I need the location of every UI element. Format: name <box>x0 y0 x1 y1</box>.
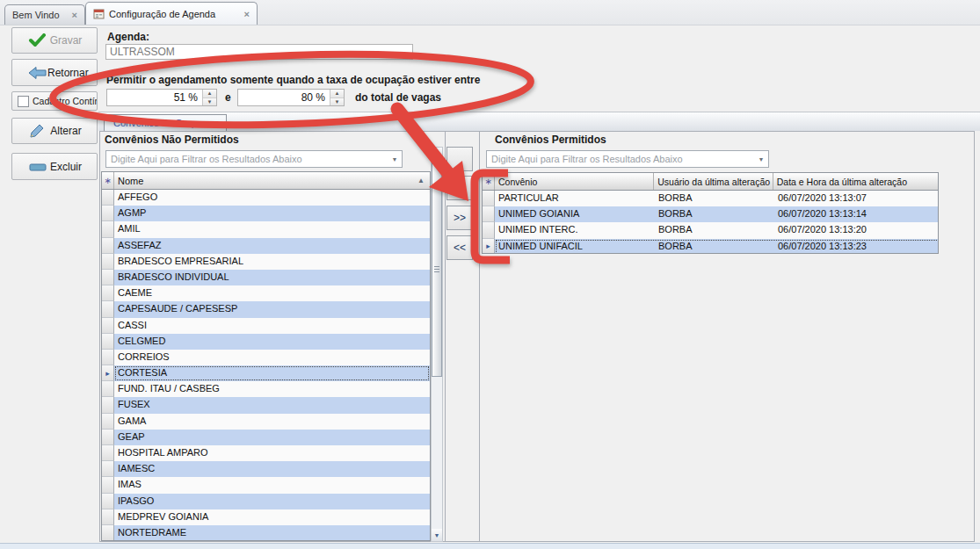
table-row[interactable]: FUSEX <box>102 397 430 413</box>
move-all-right-button[interactable]: >> <box>446 206 473 230</box>
row-header[interactable] <box>483 222 495 238</box>
checkbox-icon[interactable] <box>18 96 29 107</box>
arrow-left-icon <box>28 66 47 80</box>
row-header[interactable] <box>102 190 114 206</box>
row-header[interactable] <box>102 285 114 301</box>
divider <box>479 131 480 542</box>
row-header[interactable] <box>102 334 114 350</box>
row-label: FUND. ITAU / CASBEG <box>114 381 430 397</box>
row-header[interactable] <box>483 206 495 222</box>
table-row[interactable]: ▸UNIMED UNIFACILBORBA06/07/2020 13:13:23 <box>483 239 938 254</box>
table-row[interactable]: UNIMED GOIANIABORBA06/07/2020 13:13:14 <box>483 206 938 222</box>
row-header[interactable] <box>102 509 114 525</box>
left-grid-scrollbar[interactable]: ▲ ▼ <box>431 147 443 542</box>
row-header[interactable] <box>102 494 114 509</box>
table-row[interactable]: BRADESCO INDIVIDUAL <box>102 270 430 285</box>
row-header[interactable] <box>102 206 114 221</box>
chevron-down-icon[interactable]: ▼ <box>388 156 402 163</box>
move-left-button[interactable]: < <box>446 176 473 200</box>
row-label: CASSI <box>114 318 430 334</box>
row-cell: PARTICULAR <box>495 191 655 206</box>
min-occupancy-spinner[interactable]: 51 % ▲▼ <box>106 89 217 106</box>
row-header[interactable] <box>102 301 114 317</box>
row-header[interactable] <box>102 397 114 413</box>
row-header[interactable] <box>102 221 114 237</box>
row-label: ASSEFAZ <box>114 238 430 254</box>
group-tab-band <box>98 112 980 131</box>
row-indicator-icon[interactable]: ▸ <box>483 239 495 254</box>
table-row[interactable]: IAMESC <box>102 461 430 477</box>
table-row[interactable]: GEAP <box>102 430 430 445</box>
table-row[interactable]: ▸CORTESIA <box>102 365 430 381</box>
table-row[interactable]: ASSEFAZ <box>102 238 430 254</box>
cadastro-continuo-checkbox[interactable]: Cadastro Contínuo <box>11 91 98 111</box>
table-row[interactable]: IMAS <box>102 477 430 493</box>
table-row[interactable]: MEDPREV GOIANIA <box>102 509 430 525</box>
tab-bem-vindo[interactable]: Bem Vindo × <box>4 4 85 25</box>
table-row[interactable]: UNIMED INTERC.BORBA06/07/2020 13:13:20 <box>483 222 938 238</box>
row-label: HOSPITAL AMPARO <box>114 445 430 461</box>
max-occupancy-spinner[interactable]: 80 % ▲▼ <box>237 89 345 106</box>
scroll-up-icon[interactable]: ▲ <box>432 148 442 160</box>
table-row[interactable]: CAEME <box>102 285 430 301</box>
column-header-data-hora[interactable]: Data e Hora da última alteração <box>773 173 938 190</box>
table-row[interactable]: CAPESAUDE / CAPESESP <box>102 301 430 317</box>
left-grid-header: ∗ Nome ▲ <box>102 172 430 190</box>
table-row[interactable]: FUND. ITAU / CASBEG <box>102 381 430 397</box>
row-header[interactable] <box>102 445 114 461</box>
row-header[interactable] <box>102 318 114 334</box>
right-table-body: PARTICULARBORBA06/07/2020 13:13:07UNIMED… <box>483 191 938 254</box>
move-right-button[interactable] <box>446 147 473 171</box>
table-row[interactable]: HOSPITAL AMPARO <box>102 445 430 461</box>
table-row[interactable]: AMIL <box>102 221 430 237</box>
chevron-down-icon[interactable]: ▼ <box>754 156 768 163</box>
spinner-buttons[interactable]: ▲▼ <box>330 90 344 105</box>
spinner-buttons[interactable]: ▲▼ <box>202 90 216 105</box>
row-header[interactable] <box>102 238 114 254</box>
table-row[interactable]: NORTEDRAME <box>102 525 430 541</box>
table-row[interactable]: CELGMED <box>102 334 430 350</box>
column-header-usuario[interactable]: Usuário da última alteração <box>654 173 773 190</box>
close-icon[interactable]: × <box>72 10 77 20</box>
table-row[interactable]: CASSI <box>102 318 430 334</box>
alterar-button[interactable]: Alterar <box>11 118 98 144</box>
row-header[interactable] <box>102 350 114 365</box>
row-header[interactable] <box>102 477 114 493</box>
tab-configuracao-de-agenda[interactable]: Configuração de Agenda × <box>85 2 258 25</box>
row-header[interactable] <box>102 525 114 541</box>
tab-convenios-do-grupo[interactable]: Convênios do Grupo <box>104 114 227 131</box>
close-icon[interactable]: × <box>244 9 250 19</box>
row-header[interactable] <box>102 381 114 397</box>
row-cell: BORBA <box>655 206 774 222</box>
gravar-label: Gravar <box>47 34 84 47</box>
column-header-convenio[interactable]: Convênio <box>495 173 654 190</box>
row-header[interactable] <box>102 270 114 285</box>
retornar-button[interactable]: Retornar <box>11 59 98 86</box>
row-indicator-icon[interactable]: ▸ <box>102 365 114 381</box>
right-panel-title: Convênios Permitidos <box>495 134 606 146</box>
row-cell: 06/07/2020 13:13:23 <box>774 239 939 254</box>
scroll-down-icon[interactable]: ▼ <box>432 529 442 541</box>
row-header[interactable] <box>102 254 114 270</box>
move-all-left-button[interactable]: << <box>446 235 473 260</box>
divider <box>445 131 446 542</box>
scrollbar-thumb[interactable] <box>432 162 442 377</box>
row-header[interactable] <box>102 461 114 477</box>
column-header-nome[interactable]: Nome ▲ <box>114 172 430 189</box>
row-cell: BORBA <box>655 191 774 206</box>
row-header[interactable] <box>102 414 114 430</box>
table-row[interactable]: IPASGO <box>102 494 430 509</box>
gravar-button[interactable]: Gravar <box>11 27 98 54</box>
left-filter-combobox[interactable]: Digite Aqui para Filtrar os Resultados A… <box>105 150 403 168</box>
excluir-button[interactable]: Excluir <box>11 153 98 180</box>
table-row[interactable]: GAMA <box>102 414 430 430</box>
row-header[interactable] <box>102 430 114 445</box>
table-row[interactable]: AFFEGO <box>102 190 430 206</box>
table-row[interactable]: CORREIOS <box>102 350 430 365</box>
table-row[interactable]: BRADESCO EMPRESARIAL <box>102 254 430 270</box>
agenda-input[interactable]: ULTRASSOM <box>105 44 413 60</box>
right-filter-combobox[interactable]: Digite Aqui para Filtrar os Resultados A… <box>486 150 769 168</box>
table-row[interactable]: AGMP <box>102 206 430 221</box>
table-row[interactable]: PARTICULARBORBA06/07/2020 13:13:07 <box>483 191 938 206</box>
row-header[interactable] <box>483 191 495 206</box>
